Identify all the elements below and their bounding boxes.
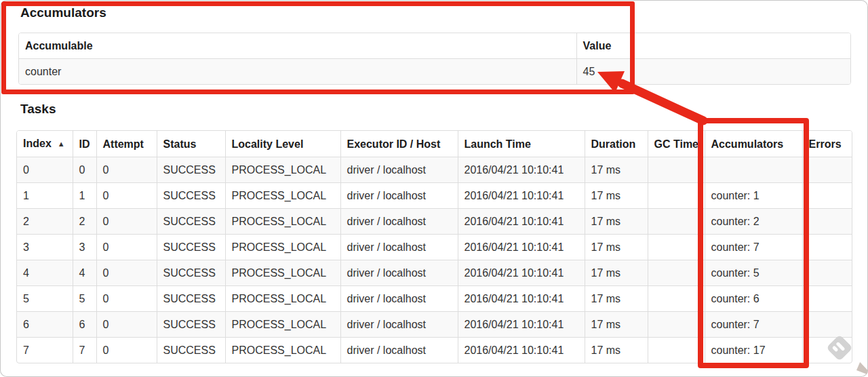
table-row: 330SUCCESSPROCESS_LOCALdriver / localhos… bbox=[17, 235, 852, 260]
cell: 5 bbox=[17, 286, 73, 312]
cell: 0 bbox=[96, 312, 157, 338]
cell: 4 bbox=[73, 260, 96, 286]
cell: driver / localhost bbox=[340, 338, 458, 363]
cell: PROCESS_LOCAL bbox=[225, 235, 340, 260]
cell: 0 bbox=[96, 157, 157, 183]
accumulators-table-grid: AccumulableValue counter45 bbox=[19, 33, 850, 84]
cell: 17 ms bbox=[585, 260, 648, 286]
table-row: 220SUCCESSPROCESS_LOCALdriver / localhos… bbox=[17, 209, 852, 235]
cell: 1 bbox=[17, 183, 73, 209]
cell: 0 bbox=[96, 286, 157, 312]
cell: driver / localhost bbox=[340, 312, 458, 338]
accumulators-heading: Accumulators bbox=[20, 5, 106, 20]
column-header-label: Accumulators bbox=[711, 138, 784, 150]
cell: SUCCESS bbox=[157, 312, 225, 338]
column-header-gc-time[interactable]: GC Time bbox=[648, 131, 705, 157]
cell bbox=[648, 235, 705, 260]
column-header-locality-level[interactable]: Locality Level bbox=[225, 131, 340, 157]
column-header-status[interactable]: Status bbox=[157, 131, 225, 157]
column-header-label: Index bbox=[23, 138, 52, 149]
cell: PROCESS_LOCAL bbox=[225, 260, 340, 286]
cell: 0 bbox=[17, 157, 73, 183]
column-header-id[interactable]: ID bbox=[73, 131, 96, 157]
cell: 2016/04/21 10:10:41 bbox=[458, 209, 585, 235]
header-row: Index▲IDAttemptStatusLocality LevelExecu… bbox=[17, 131, 852, 157]
cell: 6 bbox=[73, 312, 96, 338]
cell: counter: 6 bbox=[705, 286, 802, 312]
cell: SUCCESS bbox=[157, 209, 225, 235]
cell: 2 bbox=[73, 209, 96, 235]
cell: PROCESS_LOCAL bbox=[225, 338, 340, 363]
cell bbox=[648, 260, 705, 286]
column-header-duration[interactable]: Duration bbox=[585, 131, 648, 157]
cell: 17 ms bbox=[585, 235, 648, 260]
column-header-label: Accumulable bbox=[25, 40, 93, 52]
cell: 0 bbox=[96, 235, 157, 260]
column-header-label: Executor ID / Host bbox=[347, 138, 441, 150]
table-row: counter45 bbox=[19, 59, 850, 85]
column-header-executor-id-host[interactable]: Executor ID / Host bbox=[340, 131, 458, 157]
cell: 17 ms bbox=[585, 209, 648, 235]
cell: 2016/04/21 10:10:41 bbox=[458, 157, 585, 183]
cell: driver / localhost bbox=[340, 209, 458, 235]
column-header-errors[interactable]: Errors bbox=[802, 131, 852, 157]
cell: 2016/04/21 10:10:41 bbox=[458, 286, 585, 312]
cell: 3 bbox=[73, 235, 96, 260]
cell: 17 ms bbox=[585, 338, 648, 363]
cell bbox=[648, 183, 705, 209]
page-frame: Accumulators AccumulableValue counter45 … bbox=[0, 0, 868, 377]
table-row: 770SUCCESSPROCESS_LOCALdriver / localhos… bbox=[17, 338, 852, 363]
column-header-label: Launch Time bbox=[465, 138, 531, 150]
cell: driver / localhost bbox=[340, 157, 458, 183]
column-header-accumulators[interactable]: Accumulators bbox=[705, 131, 802, 157]
column-header-label: Status bbox=[163, 138, 197, 150]
column-header-label: Attempt bbox=[103, 138, 144, 150]
cell: PROCESS_LOCAL bbox=[225, 157, 340, 183]
cell: 0 bbox=[96, 338, 157, 363]
column-header-launch-time[interactable]: Launch Time bbox=[458, 131, 585, 157]
cell: 17 ms bbox=[585, 286, 648, 312]
tasks-table-grid: Index▲IDAttemptStatusLocality LevelExecu… bbox=[17, 131, 852, 363]
cell: driver / localhost bbox=[340, 286, 458, 312]
cell: 0 bbox=[73, 157, 96, 183]
cell bbox=[802, 235, 852, 260]
cell: counter bbox=[19, 59, 576, 85]
cell: 2016/04/21 10:10:41 bbox=[458, 235, 585, 260]
column-header-label: Value bbox=[583, 40, 612, 52]
table-row: 110SUCCESSPROCESS_LOCALdriver / localhos… bbox=[17, 183, 852, 209]
cell bbox=[648, 286, 705, 312]
cell: counter: 7 bbox=[705, 312, 802, 338]
cell: PROCESS_LOCAL bbox=[225, 286, 340, 312]
cell bbox=[648, 312, 705, 338]
tasks-table: Index▲IDAttemptStatusLocality LevelExecu… bbox=[16, 130, 852, 363]
cell: PROCESS_LOCAL bbox=[225, 312, 340, 338]
cell: SUCCESS bbox=[157, 260, 225, 286]
cell: PROCESS_LOCAL bbox=[225, 183, 340, 209]
table-row: 660SUCCESSPROCESS_LOCALdriver / localhos… bbox=[17, 312, 852, 338]
cell: 1 bbox=[73, 183, 96, 209]
cell: 2016/04/21 10:10:41 bbox=[458, 183, 585, 209]
cell: counter: 5 bbox=[705, 260, 802, 286]
cell: 4 bbox=[17, 260, 73, 286]
column-header-index[interactable]: Index▲ bbox=[17, 131, 73, 157]
column-header-attempt[interactable]: Attempt bbox=[96, 131, 157, 157]
column-header-label: Duration bbox=[591, 138, 636, 150]
cell: 17 ms bbox=[585, 312, 648, 338]
cell: 2016/04/21 10:10:41 bbox=[458, 338, 585, 363]
cell: 0 bbox=[96, 260, 157, 286]
accumulators-table: AccumulableValue counter45 bbox=[18, 33, 851, 85]
column-header-label: Locality Level bbox=[232, 138, 304, 150]
table-row: 000SUCCESSPROCESS_LOCALdriver / localhos… bbox=[17, 157, 852, 183]
cell bbox=[648, 157, 705, 183]
table-row: 550SUCCESSPROCESS_LOCALdriver / localhos… bbox=[17, 286, 852, 312]
cell: counter: 7 bbox=[705, 235, 802, 260]
corner-artifact bbox=[856, 362, 868, 377]
cell: 3 bbox=[17, 235, 73, 260]
cell: counter: 2 bbox=[705, 209, 802, 235]
cell: driver / localhost bbox=[340, 235, 458, 260]
cell bbox=[802, 209, 852, 235]
cell: counter: 1 bbox=[705, 183, 802, 209]
cell: 45 bbox=[576, 59, 850, 85]
column-header-label: ID bbox=[79, 138, 90, 150]
cell bbox=[802, 286, 852, 312]
